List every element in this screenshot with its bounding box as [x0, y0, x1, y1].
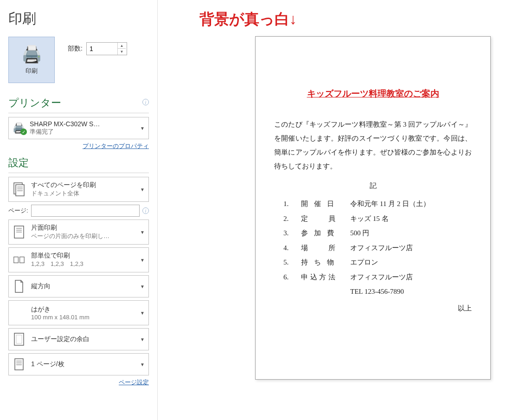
setting-print-range[interactable]: すべてのページを印刷 ドキュメント全体 ▼ [8, 177, 149, 202]
printer-icon: 🖨️ [21, 45, 42, 64]
setting-sub: ページの片面のみを印刷し… [31, 232, 135, 240]
doc-list-num: 2. [283, 212, 291, 226]
doc-ki: 記 [274, 181, 472, 190]
doc-list-label: 申込方法 [301, 270, 340, 285]
doc-list: 1.開 催 日令和元年 11 月 2 日（土）2.定 員キッズ 15 名3.参 … [283, 197, 472, 284]
printer-text: SHARP MX-C302W S… 準備完了 [30, 120, 135, 136]
doc-ijo: 以上 [274, 304, 472, 313]
setting-sub: ドキュメント全体 [31, 189, 135, 198]
setting-margins[interactable]: ユーザー設定の余白 ▼ [8, 328, 149, 350]
copies-input[interactable] [87, 44, 117, 53]
preview-page: キッズフルーツ料理教室のご案内 このたび『キッズフルーツ料理教室～第 3 回アッ… [255, 36, 491, 380]
copies-row: 部数: ▲ ▼ [68, 42, 127, 55]
chevron-down-icon: ▼ [140, 126, 145, 131]
print-button[interactable]: 🖨️ 印刷 [8, 37, 55, 83]
margins-icon [13, 331, 26, 347]
pages-label: ページ: [8, 207, 28, 215]
svg-rect-1 [16, 185, 24, 196]
setting-text: 部単位で印刷 1,2,3 1,2,3 1,2,3 [31, 252, 135, 268]
spinner-buttons: ▲ ▼ [117, 43, 126, 55]
setting-text: ユーザー設定の余白 [31, 335, 135, 343]
spinner-down[interactable]: ▼ [118, 49, 126, 55]
doc-body: このたび『キッズフルーツ料理教室～第 3 回アップルパイ～』を開催いたします。好… [274, 117, 472, 173]
doc-list-num: 6. [283, 270, 291, 285]
page-per-sheet-icon [13, 356, 26, 372]
doc-list-value: オフィスフルーツ店 [350, 241, 413, 256]
page-setup-link[interactable]: ページ設定 [119, 379, 149, 386]
doc-list-value: エプロン [350, 255, 378, 270]
doc-list-label: 参 加 費 [301, 226, 340, 241]
doc-list-value: キッズ 15 名 [350, 212, 389, 226]
doc-list-num: 4. [283, 241, 291, 256]
printer-section-header: プリンター [8, 96, 61, 110]
printer-status: 準備完了 [30, 128, 135, 136]
printer-device-icon: 🖨️✓ [13, 122, 25, 134]
preview-panel: 背景が真っ白↓ キッズフルーツ料理教室のご案内 このたび『キッズフルーツ料理教室… [158, 0, 507, 420]
setting-main: はがき [31, 305, 135, 314]
doc-list-label: 場 所 [301, 241, 340, 256]
setting-text: すべてのページを印刷 ドキュメント全体 [31, 181, 135, 198]
doc-list-row: 6.申込方法オフィスフルーツ店 [283, 270, 472, 285]
setting-text: 片面印刷 ページの片面のみを印刷し… [31, 224, 135, 240]
section-underline-2 [8, 173, 149, 173]
doc-list-label: 定 員 [301, 212, 340, 226]
section-underline [8, 113, 149, 113]
printer-properties-link[interactable]: プリンターのプロパティ [83, 142, 149, 149]
check-icon: ✓ [20, 129, 27, 135]
doc-list-num: 1. [283, 197, 291, 212]
chevron-down-icon: ▼ [140, 284, 145, 289]
doc-list-row: 4.場 所オフィスフルーツ店 [283, 241, 472, 256]
svg-rect-10 [20, 257, 25, 263]
setting-sides[interactable]: 片面印刷 ページの片面のみを印刷し… ▼ [8, 220, 149, 245]
setting-pages-per-sheet[interactable]: 1 ページ/枚 ▼ [8, 353, 149, 375]
chevron-down-icon: ▼ [140, 230, 145, 235]
doc-list-row: 5.持 ち 物エプロン [283, 255, 472, 270]
doc-list-row: 2.定 員キッズ 15 名 [283, 212, 472, 226]
info-icon[interactable]: i [142, 99, 149, 105]
setting-main: ユーザー設定の余白 [31, 335, 135, 343]
svg-rect-12 [16, 335, 22, 343]
svg-rect-13 [15, 359, 23, 370]
printer-section-header-row: プリンター i [8, 91, 149, 113]
doc-list-label: 持 ち 物 [301, 255, 340, 270]
doc-list-value: 令和元年 11 月 2 日（土） [350, 197, 430, 212]
setting-sub: 1,2,3 1,2,3 1,2,3 [31, 260, 135, 268]
settings-section-header: 設定 [8, 156, 149, 170]
setting-orientation[interactable]: 縦方向 ▼ [8, 275, 149, 297]
pages-input[interactable] [31, 205, 140, 217]
pages-input-row: ページ: i [8, 205, 149, 217]
chevron-down-icon: ▼ [140, 187, 145, 192]
setting-collate[interactable]: 部単位で印刷 1,2,3 1,2,3 1,2,3 ▼ [8, 247, 149, 272]
one-sided-icon [13, 224, 26, 240]
printer-props-link-row: プリンターのプロパティ [8, 142, 149, 150]
print-top-row: 🖨️ 印刷 部数: ▲ ▼ [8, 37, 149, 83]
annotation-text: 背景が真っ白↓ [199, 9, 493, 30]
setting-main: すべてのページを印刷 [31, 181, 135, 189]
printer-name: SHARP MX-C302W S… [30, 120, 135, 128]
setting-main: 1 ページ/枚 [31, 360, 135, 368]
setting-sub: 100 mm x 148.01 mm [31, 314, 135, 321]
doc-tel: TEL 123-456-7890 [350, 284, 472, 299]
printer-select[interactable]: 🖨️✓ SHARP MX-C302W S… 準備完了 ▼ [8, 117, 149, 139]
portrait-icon [13, 278, 26, 294]
copies-label: 部数: [68, 45, 83, 53]
setting-paper-size[interactable]: はがき 100 mm x 148.01 mm ▼ [8, 300, 149, 325]
pages-icon [13, 181, 26, 197]
page-title: 印刷 [8, 9, 149, 28]
setting-main: 縦方向 [31, 282, 135, 291]
copies-stepper[interactable]: ▲ ▼ [86, 42, 127, 55]
doc-list-value: 500 円 [350, 226, 369, 241]
doc-list-row: 3.参 加 費500 円 [283, 226, 472, 241]
page-setup-link-row: ページ設定 [8, 378, 149, 387]
setting-text: はがき 100 mm x 148.01 mm [31, 305, 135, 321]
setting-text: 1 ページ/枚 [31, 360, 135, 368]
chevron-down-icon: ▼ [140, 258, 145, 263]
doc-list-num: 3. [283, 226, 291, 241]
info-icon[interactable]: i [142, 207, 149, 214]
doc-list-num: 5. [283, 255, 291, 270]
spinner-up[interactable]: ▲ [118, 43, 126, 49]
doc-list-row: 1.開 催 日令和元年 11 月 2 日（土） [283, 197, 472, 212]
collate-icon [13, 252, 26, 268]
chevron-down-icon: ▼ [140, 362, 145, 367]
setting-text: 縦方向 [31, 282, 135, 291]
